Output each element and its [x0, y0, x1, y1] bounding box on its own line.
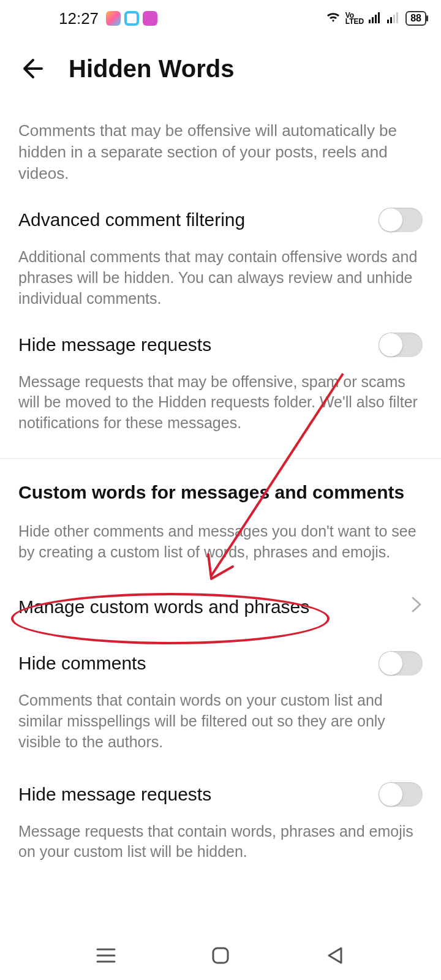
svg-rect-6: [393, 15, 395, 23]
status-left: 12:27: [15, 9, 157, 28]
svg-rect-12: [213, 948, 228, 963]
battery-icon: 88: [405, 11, 426, 26]
hide-message-requests-row[interactable]: Hide message requests: [18, 333, 423, 357]
tv-app-icon: [124, 11, 139, 26]
section-divider: [0, 458, 441, 459]
volte-icon: Vo LTED: [345, 12, 364, 24]
status-time: 12:27: [15, 9, 99, 28]
hide-message-requests-toggle[interactable]: [379, 333, 423, 357]
back-button[interactable]: [17, 54, 47, 83]
hide-message-requests-2-toggle[interactable]: [379, 782, 423, 807]
manage-custom-words-row[interactable]: Manage custom words and phrases: [18, 595, 423, 618]
svg-rect-2: [375, 15, 377, 23]
svg-rect-0: [369, 20, 371, 23]
advanced-comment-filtering-row[interactable]: Advanced comment filtering: [18, 208, 423, 232]
signal-2-icon: [387, 10, 401, 27]
recents-button[interactable]: [95, 944, 117, 967]
signal-1-icon: [369, 10, 382, 27]
hide-message-requests-2-desc: Message requests that contain words, phr…: [18, 821, 423, 863]
hide-message-requests-2-label: Hide message requests: [18, 784, 211, 805]
header: Hidden Words: [0, 37, 441, 96]
advanced-comment-filtering-label: Advanced comment filtering: [18, 209, 245, 230]
advanced-comment-filtering-desc: Additional comments that may contain off…: [18, 247, 423, 309]
page-title: Hidden Words: [69, 55, 234, 83]
back-nav-button[interactable]: [324, 944, 346, 967]
hide-message-requests-desc: Message requests that may be offensive, …: [18, 372, 423, 434]
status-tray-icons: [106, 11, 157, 26]
arrow-left-icon: [20, 56, 44, 81]
hide-message-requests-2-row[interactable]: Hide message requests: [18, 782, 423, 807]
star-app-icon: [106, 11, 121, 26]
status-bar: 12:27 Vo LTED 88: [0, 0, 441, 37]
hide-comments-toggle[interactable]: [379, 651, 423, 676]
custom-words-desc: Hide other comments and messages you don…: [18, 521, 423, 563]
custom-words-section: Custom words for messages and comments H…: [0, 482, 441, 862]
advanced-comment-filtering-toggle[interactable]: [379, 208, 423, 232]
content: Comments that may be offensive will auto…: [0, 120, 441, 434]
system-navbar: [0, 931, 441, 980]
hide-comments-label: Hide comments: [18, 653, 146, 674]
svg-rect-4: [387, 20, 389, 23]
status-right: Vo LTED 88: [326, 10, 426, 27]
svg-rect-7: [396, 12, 398, 23]
hide-comments-desc: Comments that contain words on your cust…: [18, 690, 423, 752]
intro-description: Comments that may be offensive will auto…: [18, 120, 423, 184]
wifi-icon: [326, 10, 341, 27]
home-button[interactable]: [209, 944, 232, 967]
chat-app-icon: [143, 11, 157, 26]
custom-words-heading: Custom words for messages and comments: [18, 482, 423, 503]
svg-rect-5: [390, 17, 392, 23]
chevron-right-icon: [410, 595, 423, 618]
svg-rect-1: [372, 17, 374, 23]
hide-message-requests-label: Hide message requests: [18, 334, 211, 355]
svg-rect-3: [378, 12, 380, 23]
manage-custom-words-label: Manage custom words and phrases: [18, 597, 309, 617]
hide-comments-row[interactable]: Hide comments: [18, 651, 423, 676]
